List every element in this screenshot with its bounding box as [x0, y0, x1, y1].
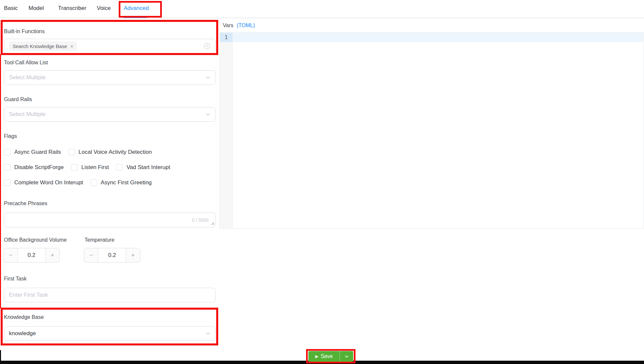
tab-bar: Basic Model Transcriber Voice Advanced [0, 0, 644, 18]
active-tab-indicator [123, 17, 147, 18]
annotation-connector-line [0, 54, 1, 308]
flags-row-2: Disable ScriptForge Listen First Vad Sta… [4, 164, 170, 171]
checkbox-label: Async First Greeting [101, 179, 152, 186]
bottom-left-edge [0, 350, 1, 364]
toml-format-link[interactable]: (TOML) [237, 23, 255, 29]
decrement-button[interactable]: − [84, 248, 98, 262]
play-icon: ▶ [315, 354, 318, 358]
builtin-functions-label: Built-in Functions [4, 29, 45, 34]
select-placeholder: Select Multiple [9, 74, 46, 81]
increment-button[interactable]: + [126, 248, 140, 262]
vars-code-editor[interactable]: 1 [220, 32, 644, 229]
resize-handle-icon[interactable] [210, 220, 214, 226]
stepper-value[interactable]: 0.2 [18, 248, 45, 262]
tab-basic[interactable]: Basic [4, 5, 18, 12]
checkbox-label: Disable ScriptForge [14, 164, 64, 171]
char-counter: 0 / 5000 [192, 217, 211, 223]
checkbox[interactable] [4, 164, 11, 171]
builtin-functions-multiselect[interactable]: Search Knowledge Base × [4, 39, 216, 53]
guard-rails-select[interactable]: Select Multiple [4, 107, 216, 122]
selected-value: knowledge [9, 330, 36, 337]
selected-function-tag: Search Knowledge Base × [9, 41, 77, 51]
checkbox-label: Local Voice Activity Detection [79, 149, 152, 155]
tool-call-allow-list-label: Tool Call Allow List [4, 60, 48, 66]
checkbox[interactable] [91, 179, 97, 186]
advanced-settings-page: Basic Model Transcriber Voice Advanced B… [0, 0, 644, 364]
flags-label: Flags [4, 133, 17, 139]
save-label: Save [321, 353, 333, 359]
save-button[interactable]: ▶ Save [308, 351, 340, 362]
tab-voice[interactable]: Voice [97, 5, 111, 12]
tab-advanced[interactable]: Advanced [124, 5, 149, 12]
vars-label: Vars [223, 23, 233, 29]
chevron-down-icon [205, 112, 211, 117]
checkbox[interactable] [4, 149, 11, 155]
temperature-stepper: − 0.2 + [84, 248, 140, 263]
precache-phrases-textarea[interactable]: 0 / 5000 [4, 212, 216, 227]
save-dropdown-button[interactable] [340, 351, 353, 362]
chevron-down-icon [205, 75, 211, 80]
active-line-highlight [233, 33, 643, 42]
decrement-button[interactable]: − [4, 248, 18, 262]
knowledge-base-label: Knowledge Base [4, 314, 44, 320]
select-placeholder: Select Multiple [9, 111, 46, 118]
stepper-value[interactable]: 0.2 [98, 248, 126, 262]
checkbox[interactable] [71, 164, 78, 171]
office-background-volume-label: Office Background Volume [4, 237, 67, 243]
tag-label: Search Knowledge Base [13, 43, 67, 49]
chevron-down-icon [205, 331, 211, 336]
flag-complete-word-on-interupt: Complete Word On Interupt [4, 179, 83, 186]
flag-local-voice-activity-detection: Local Voice Activity Detection [68, 149, 152, 155]
office-background-volume-stepper: − 0.2 + [3, 248, 60, 263]
vars-header: Vars (TOML) [223, 23, 255, 29]
flag-vad-start-interupt: Vad Start Interupt [116, 164, 170, 171]
flags-row-3: Complete Word On Interupt Async First Gr… [4, 179, 152, 186]
save-split-button: ▶ Save [308, 351, 353, 362]
tool-call-allow-list-select[interactable]: Select Multiple [4, 70, 216, 85]
checkbox[interactable] [4, 179, 11, 186]
line-number: 1 [220, 33, 232, 42]
input-placeholder: Enter First Task [9, 292, 48, 298]
flag-disable-scriptforge: Disable ScriptForge [4, 164, 64, 171]
flag-async-first-greeting: Async First Greeting [91, 179, 152, 186]
guard-rails-label: Guard Rails [4, 96, 32, 102]
checkbox-label: Vad Start Interupt [126, 164, 170, 171]
first-task-input[interactable]: Enter First Task [4, 288, 216, 302]
checkbox-label: Async Guard Rails [14, 149, 61, 155]
tab-transcriber[interactable]: Transcriber [58, 5, 86, 12]
precache-phrases-label: Precache Phrases [4, 201, 47, 207]
checkbox[interactable] [116, 164, 123, 171]
flag-async-guard-rails: Async Guard Rails [4, 149, 61, 155]
first-task-label: First Task [4, 276, 27, 282]
flags-row-1: Async Guard Rails Local Voice Activity D… [4, 149, 152, 155]
temperature-label: Temperature [85, 237, 114, 243]
flag-listen-first: Listen First [71, 164, 109, 171]
increment-button[interactable]: + [45, 248, 59, 262]
checkbox-label: Complete Word On Interupt [14, 179, 83, 186]
knowledge-base-select[interactable]: knowledge [4, 326, 216, 341]
line-number-gutter [220, 32, 233, 228]
checkbox[interactable] [68, 149, 75, 155]
clear-all-icon[interactable] [203, 42, 211, 50]
checkbox-label: Listen First [81, 164, 109, 171]
tab-model[interactable]: Model [29, 5, 44, 12]
tag-remove-icon[interactable]: × [70, 44, 73, 49]
